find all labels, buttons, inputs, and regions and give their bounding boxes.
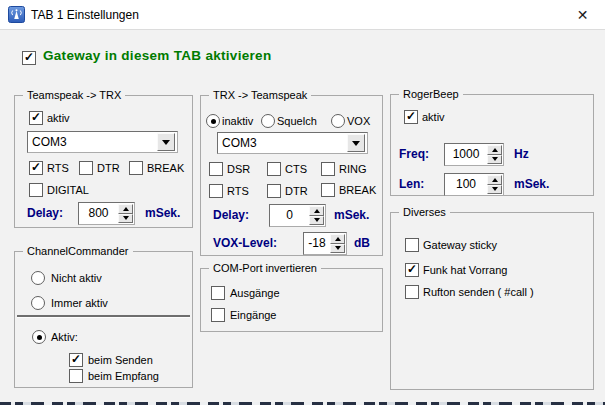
funk-vorrang-checkbox[interactable] (405, 263, 419, 277)
trx-ts-ring-checkbox[interactable] (321, 162, 335, 176)
group-title: Teamspeak -> TRX (23, 88, 125, 102)
spin-up-icon[interactable] (309, 206, 324, 216)
spin-up-icon[interactable] (118, 204, 133, 214)
group-teamspeak-to-trx: Teamspeak -> TRX aktiv COM3 RTS DTR BREA… (14, 95, 193, 228)
rogerbeep-aktiv-label[interactable]: aktiv (422, 110, 445, 124)
spin-up-icon[interactable] (487, 145, 502, 155)
trx-ts-vox-radio[interactable] (331, 114, 345, 128)
ts-trx-com-port-select[interactable]: COM3 (27, 131, 178, 153)
invert-eingaenge-label[interactable]: Eingänge (230, 308, 277, 322)
ts-trx-break-label[interactable]: BREAK (147, 161, 184, 175)
com-port-value: COM3 (28, 135, 157, 149)
freq-label: Freq: (399, 147, 429, 161)
ts-trx-digital-checkbox[interactable] (29, 183, 43, 197)
trx-ts-cts-checkbox[interactable] (267, 162, 281, 176)
rufton-senden-checkbox[interactable] (405, 285, 419, 299)
gateway-enable-label[interactable]: Gateway in diesem TAB aktivieren (43, 48, 271, 63)
cc-aktiv-label[interactable]: Aktiv: (51, 330, 78, 344)
gateway-sticky-label[interactable]: Gateway sticky (423, 238, 497, 252)
titlebar[interactable]: TAB 1 Einstellungen ✕ (0, 0, 605, 30)
spinner-value[interactable]: -18 (304, 233, 330, 254)
trx-ts-rts-label[interactable]: RTS (227, 184, 249, 198)
ts-trx-break-checkbox[interactable] (129, 161, 143, 175)
spin-up-icon[interactable] (330, 234, 345, 244)
trx-ts-vox-label[interactable]: VOX (347, 114, 370, 128)
vox-level-unit: dB (354, 236, 370, 250)
trx-ts-com-port-select[interactable]: COM3 (217, 132, 368, 154)
dropdown-arrow-icon[interactable] (157, 133, 175, 151)
trx-ts-cts-label[interactable]: CTS (285, 162, 307, 176)
spin-up-icon[interactable] (487, 175, 502, 185)
ts-trx-dtr-label[interactable]: DTR (97, 161, 120, 175)
spin-down-icon[interactable] (487, 155, 502, 165)
invert-ausgaenge-label[interactable]: Ausgänge (230, 286, 280, 300)
trx-ts-delay-unit: mSek. (334, 208, 369, 222)
group-title: Diverses (399, 205, 450, 219)
spinner-value[interactable]: 0 (270, 205, 309, 226)
gateway-enable-checkbox[interactable] (22, 51, 36, 65)
window-title: TAB 1 Einstellungen (31, 8, 139, 22)
rufton-senden-label[interactable]: Rufton senden ( #call ) (423, 285, 534, 299)
cc-beim-senden-checkbox[interactable] (69, 353, 83, 367)
cc-beim-empfang-checkbox[interactable] (69, 369, 83, 383)
vox-level-spinner: -18 (303, 232, 347, 255)
cc-aktiv-radio[interactable] (32, 330, 46, 344)
funk-vorrang-label[interactable]: Funk hat Vorrang (423, 263, 507, 277)
trx-ts-ring-label[interactable]: RING (339, 162, 367, 176)
cc-immer-aktiv-label[interactable]: Immer aktiv (51, 296, 108, 310)
trx-ts-delay-spinner: 0 (269, 204, 326, 227)
group-diverses: Diverses Gateway sticky Funk hat Vorrang… (390, 212, 594, 390)
ts-trx-aktiv-checkbox[interactable] (29, 111, 43, 125)
trx-ts-rts-checkbox[interactable] (209, 184, 223, 198)
trx-ts-delay-label: Delay: (213, 208, 249, 222)
trx-ts-break-label[interactable]: BREAK (339, 183, 376, 197)
group-channelcommander: ChannelCommander Nicht aktiv Immer aktiv… (14, 251, 193, 388)
group-title: TRX -> Teamspeak (209, 88, 311, 102)
freq-unit: Hz (514, 147, 529, 161)
ts-trx-aktiv-label[interactable]: aktiv (47, 111, 70, 125)
trx-ts-dtr-label[interactable]: DTR (285, 184, 308, 198)
trx-ts-break-checkbox[interactable] (321, 183, 335, 197)
trx-ts-dsr-checkbox[interactable] (209, 162, 223, 176)
cc-beim-empfang-label[interactable]: beim Empfang (88, 369, 159, 383)
group-title: RogerBeep (399, 87, 463, 101)
cc-beim-senden-label[interactable]: beim Senden (88, 353, 153, 367)
trx-ts-dtr-checkbox[interactable] (267, 184, 281, 198)
spinner-value[interactable]: 100 (445, 174, 487, 195)
antenna-app-icon (8, 6, 25, 23)
trx-ts-inaktiv-radio[interactable] (206, 114, 220, 128)
separator-line (17, 315, 190, 318)
ts-trx-rts-checkbox[interactable] (29, 161, 43, 175)
com-port-value: COM3 (218, 136, 347, 150)
dropdown-arrow-icon[interactable] (347, 134, 365, 152)
group-title: ChannelCommander (23, 244, 133, 258)
spin-down-icon[interactable] (118, 214, 133, 224)
close-icon[interactable]: ✕ (560, 0, 605, 29)
ts-trx-delay-unit: mSek. (145, 206, 180, 220)
trx-ts-squelch-radio[interactable] (261, 114, 275, 128)
trx-ts-dsr-label[interactable]: DSR (227, 162, 250, 176)
rogerbeep-aktiv-checkbox[interactable] (404, 110, 418, 124)
ts-trx-digital-label[interactable]: DIGITAL (47, 183, 89, 197)
trx-ts-squelch-label[interactable]: Squelch (277, 114, 317, 128)
invert-eingaenge-checkbox[interactable] (211, 308, 225, 322)
ts-trx-delay-spinner: 800 (78, 202, 135, 225)
group-com-port-invert: COM-Port invertieren Ausgänge Eingänge (200, 268, 383, 332)
spinner-value[interactable]: 1000 (445, 144, 487, 165)
cc-immer-aktiv-radio[interactable] (31, 296, 45, 310)
spin-down-icon[interactable] (309, 216, 324, 226)
ts-trx-rts-label[interactable]: RTS (47, 161, 69, 175)
spin-down-icon[interactable] (330, 244, 345, 254)
trx-ts-inaktiv-label[interactable]: inaktiv (222, 114, 253, 128)
group-rogerbeep: RogerBeep aktiv Freq: 1000 Hz Len: 100 m… (390, 94, 594, 196)
spin-down-icon[interactable] (487, 185, 502, 195)
freq-spinner: 1000 (444, 143, 504, 166)
gateway-sticky-checkbox[interactable] (405, 238, 419, 252)
cc-nicht-aktiv-label[interactable]: Nicht aktiv (51, 271, 102, 285)
cc-nicht-aktiv-radio[interactable] (31, 271, 45, 285)
len-unit: mSek. (514, 177, 549, 191)
ts-trx-dtr-checkbox[interactable] (79, 161, 93, 175)
spinner-value[interactable]: 800 (79, 203, 118, 224)
ts-trx-delay-label: Delay: (27, 206, 63, 220)
invert-ausgaenge-checkbox[interactable] (211, 286, 225, 300)
